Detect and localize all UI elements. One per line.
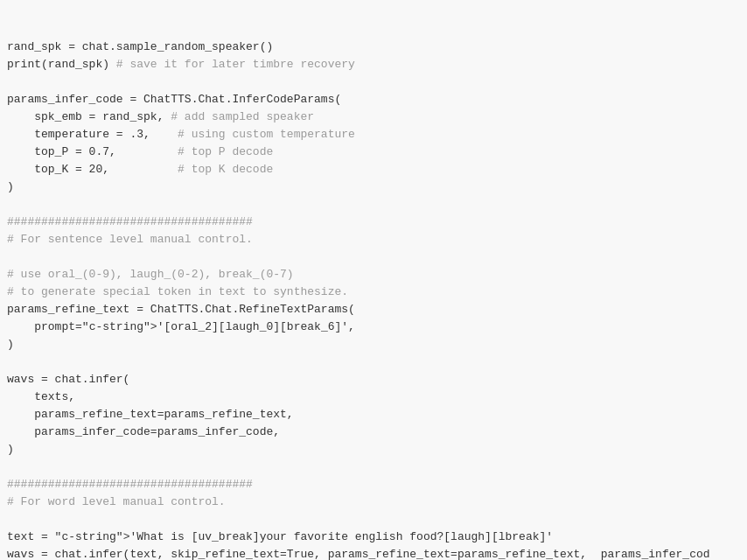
code-line: wavs = chat.infer( [0,371,747,388]
line-content: print(rand_spk) # save it for later timb… [7,56,355,74]
line-content: prompt="c-string">'[oral_2][laugh_0][bre… [7,318,355,336]
code-line: top_K = 20, # top K decode [0,161,747,178]
code-line [0,458,747,476]
code-line: ) [0,336,747,354]
line-content: text = "c-string">'What is [uv_break]you… [7,528,553,546]
line-content: spk_emb = rand_spk, # add sampled speake… [7,108,314,126]
line-content: params_infer_code = ChatTTS.Chat.InferCo… [7,91,341,108]
line-content: # For word level manual control. [7,494,226,511]
line-content: # For sentence level manual control. [7,231,253,248]
code-line: top_P = 0.7, # top P decode [0,144,747,161]
code-line [0,511,747,528]
line-content: top_P = 0.7, # top P decode [7,144,273,161]
code-line: text = "c-string">'What is [uv_break]you… [0,528,747,546]
code-content: rand_spk = chat.sample_random_speaker()p… [0,0,747,560]
code-line: wavs = chat.infer(text, skip_refine_text… [0,546,747,560]
line-content: # use oral_(0-9), laugh_(0-2), break_(0-… [7,266,294,284]
code-line: # For sentence level manual control. [0,231,747,248]
code-line [0,354,747,371]
code-line: #################################### [0,476,747,494]
code-line: params_refine_text=params_refine_text, [0,406,747,424]
code-line [0,248,747,266]
code-line: params_refine_text = ChatTTS.Chat.Refine… [0,301,747,318]
code-line: #################################### [0,214,747,231]
code-line: params_infer_code=params_infer_code, [0,424,747,441]
line-content: #################################### [7,476,253,494]
line-content: wavs = chat.infer(text, skip_refine_text… [7,546,710,560]
line-content: wavs = chat.infer( [7,371,129,388]
line-content: params_refine_text=params_refine_text, [7,406,294,424]
line-content: params_infer_code=params_infer_code, [7,424,280,441]
line-content: #################################### [7,214,253,231]
line-content: # to generate special token in text to s… [7,284,348,301]
code-line: temperature = .3, # using custom tempera… [0,126,747,144]
code-line: prompt="c-string">'[oral_2][laugh_0][bre… [0,318,747,336]
code-line [0,196,747,214]
line-content: ) [7,178,14,196]
line-content: temperature = .3, # using custom tempera… [7,126,355,144]
line-content: params_refine_text = ChatTTS.Chat.Refine… [7,301,355,318]
line-content: rand_spk = chat.sample_random_speaker() [7,38,273,56]
code-line: spk_emb = rand_spk, # add sampled speake… [0,108,747,126]
code-editor: rand_spk = chat.sample_random_speaker()p… [0,0,747,560]
code-line: print(rand_spk) # save it for later timb… [0,56,747,74]
code-line: # For word level manual control. [0,494,747,511]
line-content: ) [7,441,14,458]
line-content: texts, [7,388,75,406]
code-line: # use oral_(0-9), laugh_(0-2), break_(0-… [0,266,747,284]
code-line: ) [0,441,747,458]
code-line: # to generate special token in text to s… [0,284,747,301]
code-line: params_infer_code = ChatTTS.Chat.InferCo… [0,91,747,108]
code-line [0,74,747,91]
code-line: ) [0,178,747,196]
line-content: top_K = 20, # top K decode [7,161,273,178]
line-content: ) [7,336,14,354]
code-line: rand_spk = chat.sample_random_speaker() [0,38,747,56]
code-line: texts, [0,388,747,406]
